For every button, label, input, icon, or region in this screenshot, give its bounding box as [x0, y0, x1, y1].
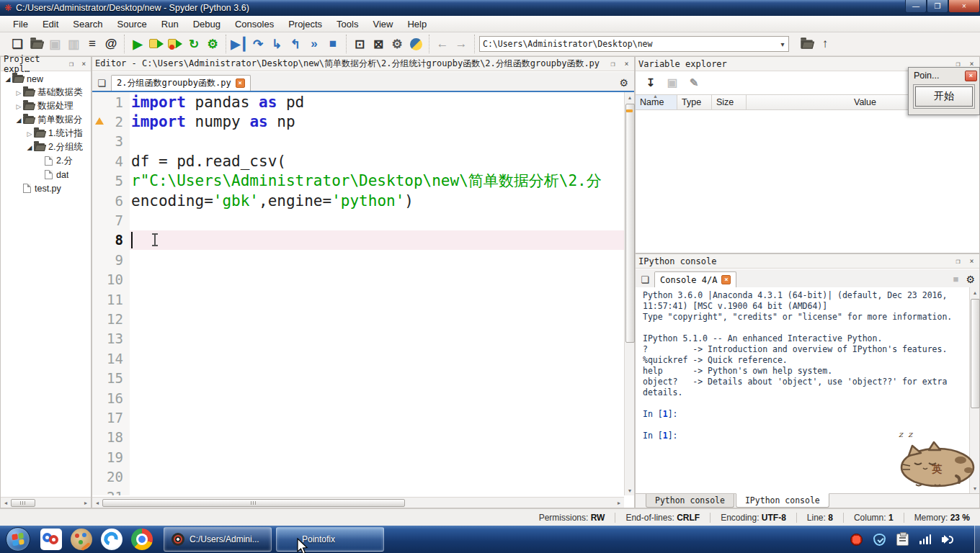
- task-button-c-users-admini-[interactable]: C:/Users/Admini...: [164, 527, 272, 552]
- menu-tools[interactable]: Tools: [329, 17, 365, 31]
- code-line-13[interactable]: 13: [92, 329, 624, 349]
- console-options-gear-icon[interactable]: ⚙: [966, 274, 975, 285]
- code-line-1[interactable]: 1import pandas as pd: [92, 92, 624, 112]
- close-pane-icon[interactable]: ×: [622, 60, 631, 68]
- undock-icon[interactable]: ❐: [953, 257, 963, 265]
- maximize-button[interactable]: ❐: [927, 0, 948, 13]
- save-data-icon[interactable]: ▣: [662, 74, 683, 91]
- tools-icon[interactable]: ⚙: [388, 35, 406, 53]
- working-directory-input[interactable]: [480, 37, 777, 50]
- code-line-21[interactable]: 21: [92, 487, 624, 495]
- browse-tabs-icon[interactable]: ❏: [636, 271, 654, 287]
- tray-volume-icon[interactable]: [942, 534, 954, 546]
- browse-tabs-icon[interactable]: ❏: [92, 75, 111, 91]
- step-return-icon[interactable]: ↰: [286, 35, 305, 53]
- file-switcher-icon[interactable]: ≡: [83, 35, 102, 53]
- code-line-15[interactable]: 15: [92, 368, 624, 387]
- step-over-icon[interactable]: ↷: [249, 35, 267, 53]
- open-file-icon[interactable]: [27, 35, 45, 53]
- scroll-right-icon[interactable]: ▸: [614, 498, 624, 508]
- scroll-up-icon[interactable]: ▴: [970, 287, 980, 297]
- tray-network-icon[interactable]: [919, 534, 931, 544]
- editor-tab[interactable]: 2.分组函数groupby函数.py ×: [111, 75, 251, 91]
- bottom-tab-ipython-console[interactable]: IPython console: [736, 493, 829, 508]
- column-header-type[interactable]: Type: [677, 95, 712, 109]
- tree-expander-icon[interactable]: ◢: [14, 117, 23, 124]
- run-icon[interactable]: ▶: [128, 35, 147, 53]
- undock-icon[interactable]: ❐: [67, 60, 75, 68]
- scroll-thumb[interactable]: [102, 499, 405, 507]
- step-into-icon[interactable]: ↳: [267, 35, 286, 53]
- tray-clipboard-icon[interactable]: [896, 534, 909, 546]
- save-data-as-icon[interactable]: ✎: [683, 74, 705, 91]
- scroll-left-icon[interactable]: ◂: [1, 498, 11, 508]
- code-area[interactable]: 1import pandas as pd2import numpy as np3…: [92, 92, 624, 495]
- tree-item[interactable]: ▷基础数据类: [1, 86, 91, 99]
- close-tab-icon[interactable]: ×: [236, 78, 245, 88]
- scroll-right-icon[interactable]: ▸: [81, 498, 91, 508]
- code-line-3[interactable]: 3: [92, 132, 624, 151]
- tree-expander-icon[interactable]: ▷: [25, 130, 34, 138]
- tree-expander-icon[interactable]: ◢: [25, 144, 34, 151]
- run-cell-advance-icon[interactable]: [166, 35, 184, 53]
- tray-record-icon[interactable]: [850, 534, 863, 546]
- code-line-4[interactable]: 4df = pd.read_csv(: [92, 151, 624, 171]
- project-hscrollbar[interactable]: ◂▸: [1, 497, 91, 508]
- undock-icon[interactable]: ❐: [608, 60, 618, 68]
- code-line-14[interactable]: 14: [92, 349, 624, 368]
- code-line-8[interactable]: 8: [92, 230, 624, 250]
- debug-stop-icon[interactable]: ■: [324, 35, 342, 53]
- run-current-pane-icon[interactable]: ⊡: [350, 35, 369, 53]
- tree-item[interactable]: 2.分: [1, 154, 91, 168]
- nav-back-icon[interactable]: ←: [433, 35, 452, 53]
- editor-options-gear-icon[interactable]: ⚙: [619, 77, 628, 89]
- code-line-17[interactable]: 17: [92, 408, 624, 427]
- bottom-tab-python-console[interactable]: Python console: [646, 494, 734, 508]
- pointofix-start-button[interactable]: 开始: [915, 86, 973, 107]
- tree-expander-icon[interactable]: ▷: [14, 103, 23, 110]
- working-directory-combo[interactable]: ▾: [479, 36, 789, 52]
- code-line-9[interactable]: 9: [92, 250, 624, 269]
- code-line-11[interactable]: 11: [92, 289, 624, 309]
- editor-vscrollbar[interactable]: ▴▾: [624, 92, 634, 495]
- close-pane-icon[interactable]: ×: [80, 60, 88, 68]
- debug-icon[interactable]: ▶┃: [230, 35, 249, 53]
- rerun-icon[interactable]: ↻: [184, 35, 203, 53]
- close-button[interactable]: ×: [948, 0, 980, 13]
- code-line-5[interactable]: 5r"C:\Users\Administrator\Desktop\new\简单…: [92, 171, 624, 191]
- parent-dir-icon[interactable]: ↑: [816, 35, 834, 53]
- close-tab-icon[interactable]: ×: [721, 275, 731, 284]
- tree-item[interactable]: ▷数据处理: [1, 99, 91, 113]
- app-browser-icon[interactable]: [101, 529, 122, 550]
- save-all-icon[interactable]: ▥: [64, 35, 83, 53]
- save-icon[interactable]: ▣: [45, 35, 64, 53]
- console-tab[interactable]: Console 4/A ×: [654, 271, 736, 287]
- minimize-button[interactable]: —: [905, 0, 927, 13]
- menu-projects[interactable]: Projects: [281, 17, 329, 31]
- menu-edit[interactable]: Edit: [35, 17, 66, 31]
- menu-search[interactable]: Search: [66, 17, 110, 31]
- run-configure-icon[interactable]: ⚙: [203, 35, 222, 53]
- open-dir-icon[interactable]: [797, 35, 816, 53]
- scroll-up-icon[interactable]: ▴: [625, 92, 635, 102]
- tree-expander-icon[interactable]: ▷: [14, 89, 23, 96]
- import-data-icon[interactable]: ↧: [640, 74, 662, 91]
- python-env-icon[interactable]: [406, 35, 425, 53]
- debug-continue-icon[interactable]: »: [305, 35, 324, 53]
- interrupt-kernel-icon[interactable]: ■: [953, 274, 959, 284]
- app-chrome-icon[interactable]: [131, 529, 153, 550]
- code-line-19[interactable]: 19: [92, 447, 624, 467]
- start-button[interactable]: [6, 527, 30, 552]
- maximize-pane-icon[interactable]: ⊠: [369, 35, 388, 53]
- code-line-16[interactable]: 16: [92, 388, 624, 408]
- menu-help[interactable]: Help: [400, 17, 434, 31]
- tree-item[interactable]: ▷1.统计指: [1, 127, 91, 140]
- close-pane-icon[interactable]: ×: [967, 257, 976, 265]
- scroll-down-icon[interactable]: ▾: [625, 485, 635, 495]
- code-line-18[interactable]: 18: [92, 428, 624, 447]
- tree-item[interactable]: ◢简单数据分: [1, 113, 91, 127]
- menu-run[interactable]: Run: [154, 17, 186, 31]
- show-desktop-button[interactable]: [974, 526, 980, 553]
- code-line-10[interactable]: 10: [92, 270, 624, 289]
- code-line-20[interactable]: 20: [92, 467, 624, 486]
